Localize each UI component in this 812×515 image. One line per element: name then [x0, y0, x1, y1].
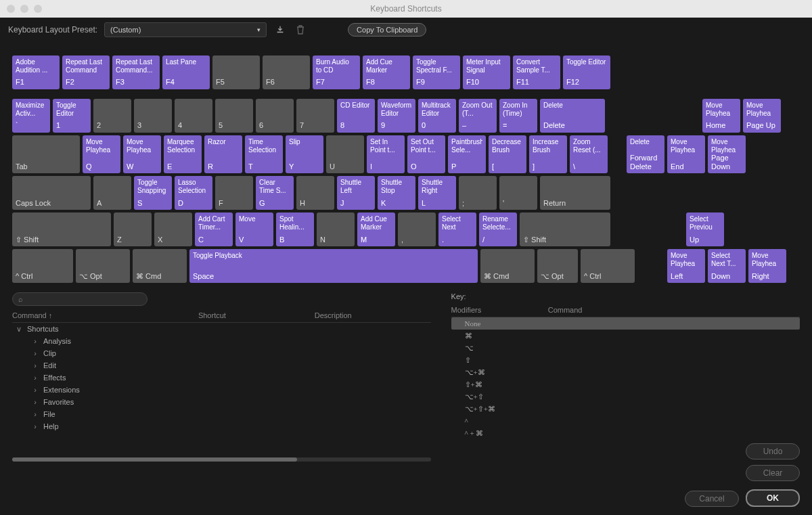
key-left[interactable]: Move PlayheaLeft [667, 249, 705, 283]
key-c[interactable]: Add Cart Timer...C [195, 212, 233, 246]
key-delete[interactable]: DeleteDelete [540, 99, 605, 133]
key-8[interactable]: CD Editor8 [337, 99, 375, 133]
key-[interactable]: Rename Selecte.../ [479, 212, 517, 246]
key-f4[interactable]: Last PaneF4 [162, 55, 210, 89]
key-z[interactable]: Z [114, 212, 152, 246]
key-forwarddelete[interactable]: DeleteForward Delete [627, 135, 664, 173]
key-opt[interactable]: ⌥ Opt [76, 249, 130, 283]
key-f12[interactable]: Toggle EditorF12 [563, 55, 610, 89]
col-mod-command[interactable]: Command [548, 306, 800, 314]
h-scrollbar[interactable] [12, 457, 431, 462]
key-down[interactable]: Select Next T...Down [708, 249, 746, 283]
disclosure-icon[interactable]: › [31, 374, 39, 382]
key-f8[interactable]: Add Cue MarkerF8 [363, 55, 410, 89]
key-space[interactable]: Toggle PlaybackSpace [189, 249, 478, 283]
tree-item-effects[interactable]: › Effects [12, 372, 431, 384]
modifier-row[interactable]: ⌥+⇧ [451, 390, 800, 403]
key-f5[interactable]: F5 [212, 55, 260, 89]
copy-clipboard-button[interactable]: Copy To Clipboard [348, 23, 426, 37]
zoom-icon[interactable] [34, 5, 42, 13]
key-q[interactable]: Move PlayheaQ [83, 135, 120, 173]
key-l[interactable]: Shuttle RightL [418, 176, 456, 210]
undo-button[interactable]: Undo [746, 443, 800, 460]
key-h[interactable]: H [296, 176, 334, 210]
key-j[interactable]: Shuttle LeftJ [337, 176, 375, 210]
key-p[interactable]: Paintbrush Sele...P [448, 135, 486, 173]
key-1[interactable]: Toggle Editor1 [53, 99, 91, 133]
key-f10[interactable]: Meter Input SignalF10 [463, 55, 510, 89]
key-7[interactable]: 7 [296, 99, 334, 133]
key-e[interactable]: Marquee SelectionE [164, 135, 202, 173]
key-g[interactable]: Clear Time S...G [256, 176, 294, 210]
tree-item-extensions[interactable]: › Extensions [12, 384, 431, 396]
modifier-row[interactable]: ⌥+⇧+⌘ [451, 403, 800, 415]
key-t[interactable]: Time SelectionT [245, 135, 283, 173]
key-opt[interactable]: ⌥ Opt [537, 249, 578, 283]
key-v[interactable]: MoveV [235, 212, 273, 246]
key-f[interactable]: F [215, 176, 253, 210]
key-tab[interactable]: Tab [12, 135, 80, 173]
key-[interactable]: Select Next. [438, 212, 476, 246]
modifiers-list[interactable]: None⌘⌥⇧⌥+⌘⇧+⌘⌥+⇧⌥+⇧+⌘^^ + ⌘ [451, 317, 800, 462]
key-0[interactable]: Multitrack Editor0 [418, 99, 456, 133]
col-description[interactable]: Description [315, 311, 431, 319]
modifier-row[interactable]: ⌥ [451, 342, 800, 354]
key-s[interactable]: Toggle SnappingS [134, 176, 172, 210]
key-6[interactable]: 6 [256, 99, 294, 133]
key-[interactable]: Decrease Brush[ [489, 135, 526, 173]
key-5[interactable]: 5 [215, 99, 253, 133]
key-n[interactable]: N [317, 212, 355, 246]
key-f1[interactable]: Adobe Audition ...F1 [12, 55, 60, 89]
tree-item-clip[interactable]: › Clip [12, 347, 431, 359]
key-2[interactable]: 2 [93, 99, 131, 133]
key-shift[interactable]: ⇧ Shift [520, 212, 610, 246]
tree-item-favorites[interactable]: › Favorites [12, 396, 431, 408]
col-command[interactable]: Command ↑ [12, 311, 198, 319]
key-[interactable]: Maximize Activ...` [12, 99, 50, 133]
key-f11[interactable]: Convert Sample T...F11 [513, 55, 560, 89]
key-up[interactable]: Select PreviouUp [686, 212, 724, 246]
key-a[interactable]: A [93, 176, 131, 210]
key-x[interactable]: X [154, 212, 192, 246]
key-return[interactable]: Return [540, 176, 610, 210]
modifier-row[interactable]: ⇧+⌘ [451, 378, 800, 390]
key-ctrl[interactable]: ^ Ctrl [581, 249, 635, 283]
key-4[interactable]: 4 [175, 99, 212, 133]
tree-item-shortcuts[interactable]: ∨ Shortcuts [12, 323, 431, 335]
key-capslock[interactable]: Caps Lock [12, 176, 91, 210]
clear-button[interactable]: Clear [746, 465, 800, 481]
key-end[interactable]: Move PlayheaEnd [667, 135, 705, 173]
disclosure-icon[interactable]: › [31, 337, 39, 345]
disclosure-icon[interactable]: › [31, 361, 39, 370]
key-pagedown[interactable]: Move PlayheaPage Down [708, 135, 746, 173]
minimize-icon[interactable] [20, 5, 28, 13]
key-f3[interactable]: Repeat Last Command...F3 [112, 55, 160, 89]
search-input[interactable]: ⌕ [12, 292, 148, 306]
key-o[interactable]: Set Out Point t...O [407, 135, 445, 173]
tree-item-help[interactable]: › Help [12, 420, 431, 432]
disclosure-icon[interactable]: › [31, 386, 39, 394]
key-r[interactable]: RazorR [204, 135, 242, 173]
key-d[interactable]: Lasso SelectionD [175, 176, 212, 210]
modifier-row[interactable]: ^ + ⌘ [451, 427, 800, 439]
key-[interactable]: ; [459, 176, 497, 210]
key-y[interactable]: SlipY [286, 135, 323, 173]
key-3[interactable]: 3 [134, 99, 172, 133]
key-home[interactable]: Move PlayheaHome [702, 99, 740, 133]
key-[interactable]: Zoom Out (T...– [459, 99, 497, 133]
disclosure-icon[interactable]: › [31, 410, 39, 418]
key-f2[interactable]: Repeat Last CommandF2 [62, 55, 110, 89]
disclosure-icon[interactable]: › [31, 398, 39, 406]
preset-select[interactable]: (Custom) ▾ [104, 22, 267, 37]
tree-item-analysis[interactable]: › Analysis [12, 335, 431, 347]
key-[interactable]: Increase Brush] [529, 135, 567, 173]
key-9[interactable]: Waveform Editor9 [378, 99, 415, 133]
disclosure-icon[interactable]: › [31, 349, 39, 357]
tree-item-edit[interactable]: › Edit [12, 359, 431, 372]
key-f9[interactable]: Toggle Spectral F...F9 [413, 55, 460, 89]
key-cmd[interactable]: ⌘ Cmd [480, 249, 535, 283]
col-modifiers[interactable]: Modifiers [451, 306, 548, 314]
cancel-button[interactable]: Cancel [685, 491, 739, 507]
key-[interactable]: , [398, 212, 436, 246]
key-pageup[interactable]: Move PlayheaPage Up [743, 99, 781, 133]
